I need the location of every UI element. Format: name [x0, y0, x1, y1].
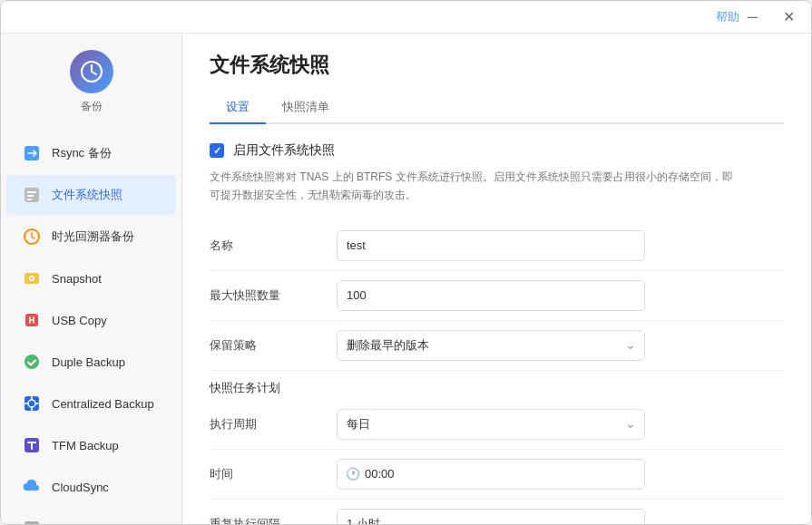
- form-section: 名称 最大快照数量 保留策略 删除最早的版本: [210, 221, 784, 524]
- duple-icon: [21, 351, 43, 373]
- sidebar-item-snapshot[interactable]: Snapshot: [6, 258, 176, 298]
- page-title: 文件系统快照: [210, 52, 784, 79]
- sidebar-item-tfm-label: TFM Backup: [52, 439, 161, 452]
- app-window: 帮助 ─ ✕ 备份 Rsyn: [0, 0, 812, 525]
- svg-rect-3: [27, 191, 36, 193]
- usb-icon: [21, 309, 43, 331]
- close-button[interactable]: ✕: [778, 8, 800, 26]
- svg-rect-5: [27, 199, 32, 200]
- sidebar-item-central[interactable]: Centralized Backup: [6, 384, 176, 423]
- sidebar-item-terra[interactable]: TerraSync Server: [6, 509, 176, 524]
- clock-icon: 🕐: [346, 467, 360, 481]
- sidebar-logo: 备份: [1, 34, 181, 132]
- time-label: 时间: [210, 466, 337, 482]
- rsync-icon: [21, 142, 43, 164]
- sidebar-section-title: 备份: [81, 99, 103, 114]
- sidebar-item-cloud-label: CloudSync: [52, 481, 161, 494]
- minimize-button[interactable]: ─: [742, 8, 763, 26]
- enable-row: 启用文件系统快照: [210, 142, 784, 159]
- sidebar-item-terra-label: TerraSync Server: [52, 522, 161, 525]
- main-body: 启用文件系统快照 文件系统快照将对 TNAS 上的 BTRFS 文件系统进行快照…: [182, 124, 811, 524]
- filesystem-icon: [21, 184, 43, 206]
- name-input[interactable]: [337, 230, 645, 261]
- terra-icon: [21, 518, 43, 524]
- policy-label: 保留策略: [210, 337, 337, 354]
- sidebar-item-time-label: 时光回溯器备份: [52, 228, 161, 245]
- interval-select-wrapper: 1 小时: [337, 509, 645, 524]
- form-row-time: 时间 🕐: [210, 450, 784, 500]
- tabs: 设置 快照清单: [210, 92, 784, 124]
- time-icon: [21, 226, 43, 248]
- svg-rect-4: [27, 195, 34, 197]
- sidebar-item-usb-label: USB Copy: [52, 314, 161, 327]
- svg-point-11: [24, 355, 39, 369]
- svg-point-9: [31, 277, 34, 280]
- tab-list[interactable]: 快照清单: [266, 92, 346, 124]
- titlebar-actions: ─ ✕: [742, 8, 800, 26]
- schedule-header-label: 快照任务计划: [210, 380, 337, 396]
- app-body: 备份 Rsync 备份 文件系统快照 时光回溯器备份: [1, 34, 811, 524]
- interval-label: 重复执行间隔: [210, 516, 337, 524]
- form-row-interval: 重复执行间隔 1 小时: [210, 500, 784, 524]
- sidebar-item-cloud[interactable]: CloudSync: [6, 467, 176, 507]
- max-label: 最大快照数量: [210, 287, 337, 304]
- snapshot-icon: [21, 267, 43, 289]
- enable-label: 启用文件系统快照: [233, 142, 335, 159]
- app-logo-icon: [70, 50, 113, 93]
- sidebar-item-usb[interactable]: USB Copy: [6, 300, 176, 340]
- form-row-policy: 保留策略 删除最早的版本: [210, 321, 784, 371]
- time-input[interactable]: [337, 459, 645, 490]
- form-row-period: 执行周期 每日: [210, 400, 784, 450]
- svg-rect-15: [24, 521, 39, 524]
- sidebar-item-snapshot-label: Snapshot: [52, 272, 161, 286]
- max-input[interactable]: [337, 280, 645, 311]
- policy-select-wrapper: 删除最早的版本: [337, 330, 645, 361]
- form-row-max: 最大快照数量: [210, 271, 784, 321]
- interval-select[interactable]: 1 小时: [337, 509, 645, 524]
- sidebar-item-duple[interactable]: Duple Backup: [6, 342, 176, 382]
- sidebar-item-rsync-label: Rsync 备份: [52, 145, 161, 161]
- name-label: 名称: [210, 238, 337, 254]
- time-input-wrapper: 🕐: [337, 459, 645, 490]
- tab-settings[interactable]: 设置: [210, 92, 266, 124]
- sidebar-item-central-label: Centralized Backup: [52, 397, 161, 411]
- form-row-name: 名称: [210, 221, 784, 271]
- central-icon: [21, 393, 43, 414]
- titlebar: 帮助 ─ ✕: [1, 1, 811, 34]
- period-label: 执行周期: [210, 416, 337, 433]
- help-link[interactable]: 帮助: [716, 9, 739, 25]
- cloud-icon: [21, 476, 43, 498]
- tfm-icon: [21, 434, 43, 456]
- sidebar-item-filesystem-label: 文件系统快照: [52, 187, 161, 203]
- sidebar: 备份 Rsync 备份 文件系统快照 时光回溯器备份: [1, 34, 182, 524]
- period-select[interactable]: 每日: [337, 409, 645, 440]
- sidebar-item-tfm[interactable]: TFM Backup: [6, 425, 176, 465]
- main-header: 文件系统快照 设置 快照清单: [182, 34, 811, 124]
- sidebar-item-duple-label: Duple Backup: [52, 355, 161, 369]
- policy-select[interactable]: 删除最早的版本: [337, 330, 645, 361]
- sidebar-item-time[interactable]: 时光回溯器备份: [6, 217, 176, 257]
- description-text: 文件系统快照将对 TNAS 上的 BTRFS 文件系统进行快照。启用文件系统快照…: [210, 168, 736, 205]
- enable-checkbox[interactable]: [210, 143, 224, 158]
- main-content: 文件系统快照 设置 快照清单 启用文件系统快照 文件系统快照将对 TNAS 上的…: [182, 34, 811, 524]
- sidebar-item-filesystem[interactable]: 文件系统快照: [6, 175, 176, 215]
- period-select-wrapper: 每日: [337, 409, 645, 440]
- form-row-schedule-header: 快照任务计划: [210, 371, 784, 400]
- sidebar-item-rsync[interactable]: Rsync 备份: [6, 133, 176, 173]
